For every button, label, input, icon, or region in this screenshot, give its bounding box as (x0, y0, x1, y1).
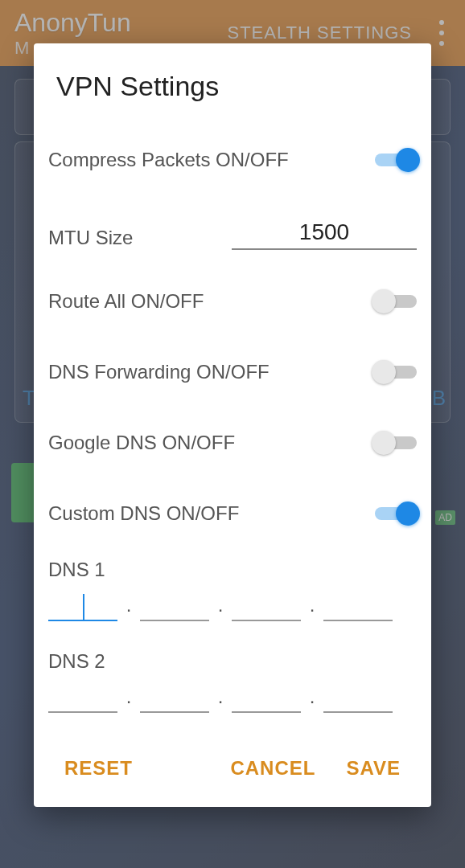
dns-forwarding-toggle[interactable] (375, 360, 417, 384)
reset-button[interactable]: RESET (56, 751, 141, 786)
route-all-toggle[interactable] (375, 289, 417, 313)
compress-packets-label: Compress Packets ON/OFF (48, 148, 375, 172)
ip-dot: . (209, 594, 232, 621)
dns1-label: DNS 1 (48, 559, 417, 581)
vpn-settings-dialog: VPN Settings Compress Packets ON/OFF MTU… (34, 43, 431, 807)
ip-dot: . (301, 594, 323, 621)
compress-packets-row: Compress Packets ON/OFF (40, 125, 425, 195)
dns1-octet-2[interactable] (140, 589, 209, 621)
dialog-actions: RESET CANCEL SAVE (34, 736, 431, 807)
save-button[interactable]: SAVE (338, 751, 409, 786)
cancel-button[interactable]: CANCEL (222, 751, 323, 786)
dns1-section: DNS 1 . . . (40, 549, 425, 621)
custom-dns-toggle[interactable] (375, 502, 417, 526)
custom-dns-label: Custom DNS ON/OFF (48, 502, 375, 526)
dns-forwarding-label: DNS Forwarding ON/OFF (48, 360, 375, 384)
dns2-octet-1[interactable] (48, 681, 117, 713)
mtu-row: MTU Size (40, 195, 425, 266)
dns2-octet-2[interactable] (140, 681, 209, 713)
dns2-octet-3[interactable] (232, 681, 301, 713)
google-dns-label: Google DNS ON/OFF (48, 431, 375, 455)
route-all-row: Route All ON/OFF (40, 266, 425, 337)
dns1-octet-1[interactable] (48, 589, 117, 621)
ip-dot: . (117, 686, 140, 713)
dialog-title: VPN Settings (34, 71, 431, 125)
custom-dns-row: Custom DNS ON/OFF (40, 478, 425, 549)
dns1-octet-3[interactable] (232, 589, 301, 621)
google-dns-row: Google DNS ON/OFF (40, 407, 425, 478)
google-dns-toggle[interactable] (375, 431, 417, 455)
route-all-label: Route All ON/OFF (48, 289, 375, 313)
compress-packets-toggle[interactable] (375, 148, 417, 172)
dns-forwarding-row: DNS Forwarding ON/OFF (40, 337, 425, 407)
dns2-octet-4[interactable] (323, 681, 393, 713)
dns1-octet-4[interactable] (323, 589, 393, 621)
mtu-input[interactable] (232, 219, 417, 245)
mtu-label: MTU Size (48, 226, 232, 250)
dns2-section: DNS 2 . . . (40, 641, 425, 713)
ip-dot: . (209, 686, 232, 713)
ip-dot: . (301, 686, 323, 713)
dns2-label: DNS 2 (48, 650, 417, 673)
ip-dot: . (117, 594, 140, 621)
